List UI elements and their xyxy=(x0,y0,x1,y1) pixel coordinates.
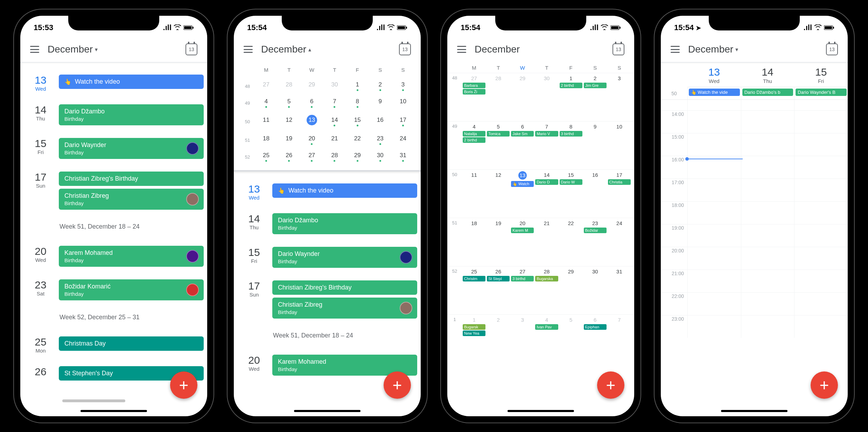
schedule-date[interactable]: 23Sat xyxy=(29,279,52,300)
month-day-cell[interactable]: 13👆 Watch xyxy=(510,170,534,218)
month-event-chip[interactable]: Bugarska xyxy=(535,276,558,281)
mini-month-day[interactable]: 28 xyxy=(278,81,300,91)
today-button[interactable]: 13 xyxy=(399,43,411,55)
create-event-fab[interactable]: + xyxy=(811,371,838,399)
mini-month-day[interactable]: 9 xyxy=(369,98,392,108)
month-event-chip[interactable]: St Stepl xyxy=(487,276,510,281)
day-column[interactable] xyxy=(687,100,741,338)
mini-month-day[interactable]: 24 xyxy=(392,135,414,145)
schedule-date[interactable]: 15Fri xyxy=(243,247,265,268)
event-chip[interactable]: Dario DžamboBirthday xyxy=(272,213,417,234)
month-event-chip[interactable]: Epiphan xyxy=(584,324,607,330)
month-day-cell[interactable]: 7Mario V xyxy=(534,121,559,169)
month-day-cell[interactable]: 31 xyxy=(607,266,631,314)
mini-month-day[interactable]: 22 xyxy=(346,135,369,145)
month-day-cell[interactable]: 83 birthd xyxy=(559,121,583,169)
mini-month-day[interactable]: 4 xyxy=(255,98,278,108)
month-day-cell[interactable]: 28Bugarska xyxy=(534,266,559,314)
month-day-cell[interactable]: 17Christia xyxy=(607,170,631,218)
home-indicator[interactable] xyxy=(507,410,574,412)
mini-month-day[interactable]: 17 xyxy=(392,117,414,126)
mini-month-day[interactable]: 19 xyxy=(278,135,300,145)
schedule-date[interactable]: 15Fri xyxy=(29,138,52,159)
month-day-cell[interactable]: 22 xyxy=(559,218,583,266)
allday-cell[interactable]: 👆 Watch the vide xyxy=(687,87,741,99)
month-day-cell[interactable]: 12 xyxy=(486,170,510,218)
month-day-cell[interactable]: 23Božidar xyxy=(583,218,607,266)
month-event-chip[interactable]: Christm xyxy=(463,276,485,281)
month-event-chip[interactable]: Barbara xyxy=(463,83,485,88)
event-chip[interactable]: Dario WaynderBirthday xyxy=(59,138,204,159)
month-event-chip[interactable]: Natalija xyxy=(463,131,485,137)
allday-cell[interactable]: Dario Waynder's B xyxy=(794,87,848,99)
event-chip[interactable]: Christmas Day xyxy=(59,336,204,351)
month-event-chip[interactable]: Ivan Pav xyxy=(535,324,558,330)
month-event-chip[interactable]: Jim Gre xyxy=(584,83,607,88)
mini-month-day[interactable]: 29 xyxy=(300,81,323,91)
today-button[interactable]: 13 xyxy=(186,43,197,55)
month-day-cell[interactable]: 30 xyxy=(534,73,559,121)
month-day-cell[interactable]: 4Natalija2 birthd xyxy=(462,121,486,169)
schedule-date[interactable]: 13Wed xyxy=(29,75,52,92)
month-dropdown[interactable]: December ▴ xyxy=(261,44,391,55)
mini-month-day[interactable]: 23 xyxy=(369,135,392,145)
create-event-fab[interactable]: + xyxy=(170,371,197,399)
mini-month-day[interactable]: 18 xyxy=(255,135,278,145)
month-day-cell[interactable]: 6Jake Sm xyxy=(510,121,534,169)
mini-month-day[interactable]: 27 xyxy=(255,81,278,91)
month-day-cell[interactable]: 6Epiphan xyxy=(583,315,607,363)
month-event-chip[interactable]: 3 birthd xyxy=(511,276,534,281)
schedule-date[interactable]: 26 xyxy=(29,366,52,381)
schedule-list[interactable]: 13Wed👆Watch the video14ThuDario DžamboBi… xyxy=(234,172,421,379)
month-event-chip[interactable]: Tomica xyxy=(487,131,510,137)
three-day-content[interactable]: 13Wed14Thu15Fri50👆 Watch the videDario D… xyxy=(661,63,848,416)
month-day-cell[interactable]: 30 xyxy=(583,266,607,314)
home-indicator[interactable] xyxy=(294,410,360,412)
month-event-chip[interactable]: Bugarsk xyxy=(463,324,485,330)
today-button[interactable]: 13 xyxy=(826,43,838,55)
mini-month-day[interactable]: 10 xyxy=(392,98,414,108)
menu-button[interactable] xyxy=(671,46,680,53)
mini-month-day[interactable]: 1 xyxy=(346,81,369,91)
mini-month-day[interactable]: 25 xyxy=(255,152,278,162)
month-event-chip[interactable]: Boris Ži xyxy=(463,89,485,95)
month-day-cell[interactable]: 29 xyxy=(559,266,583,314)
schedule-date[interactable]: 14Thu xyxy=(29,104,52,125)
mini-month-day[interactable]: 8 xyxy=(346,98,369,108)
mini-month-day[interactable]: 16 xyxy=(369,117,392,126)
month-event-chip[interactable]: Dario D xyxy=(535,179,558,185)
day-column[interactable] xyxy=(794,100,848,338)
month-event-chip[interactable]: 2 birthd xyxy=(463,137,485,143)
event-chip[interactable]: Dario WaynderBirthday xyxy=(272,247,417,268)
create-event-fab[interactable]: + xyxy=(597,371,624,399)
month-event-chip[interactable]: 2 birthd xyxy=(560,83,582,88)
month-event-chip[interactable]: Christia xyxy=(608,179,631,185)
mini-month-day[interactable]: 5 xyxy=(278,98,300,108)
mini-month-day[interactable]: 30 xyxy=(323,81,346,91)
month-day-cell[interactable]: 2 xyxy=(486,315,510,363)
menu-button[interactable] xyxy=(457,46,466,53)
month-day-cell[interactable]: 21 xyxy=(534,218,559,266)
schedule-date[interactable]: 17Sun xyxy=(243,280,265,319)
mini-month-grid[interactable]: MTWTFSS482728293012349456789105011121314… xyxy=(234,62,421,170)
month-day-cell[interactable]: 2Jim Gre xyxy=(583,73,607,121)
event-chip[interactable]: 👆Watch the video xyxy=(272,183,417,198)
menu-button[interactable] xyxy=(244,46,253,53)
event-chip[interactable]: Christian Zibreg's Birthday xyxy=(272,280,417,295)
month-day-cell[interactable]: 273 birthd xyxy=(510,266,534,314)
month-day-cell[interactable]: 24 xyxy=(607,218,631,266)
mini-month-day[interactable]: 13 xyxy=(300,115,323,128)
time-grid[interactable]: 14:0015:0016:0017:0018:0019:0020:0021:00… xyxy=(661,100,848,338)
month-event-chip[interactable]: Karem M xyxy=(511,228,534,233)
menu-button[interactable] xyxy=(30,46,39,53)
schedule-date[interactable]: 14Thu xyxy=(243,213,265,234)
create-event-fab[interactable]: + xyxy=(384,371,411,399)
month-day-cell[interactable]: 1BugarskNew Yea xyxy=(462,315,486,363)
schedule-date[interactable]: 20Wed xyxy=(29,246,52,267)
mini-month-day[interactable]: 20 xyxy=(300,135,323,145)
month-event-chip[interactable]: Jake Sm xyxy=(511,131,534,137)
month-event-chip[interactable]: Mario V xyxy=(535,131,558,137)
month-day-cell[interactable]: 3 xyxy=(510,315,534,363)
schedule-date[interactable]: 20Wed xyxy=(243,355,265,376)
month-day-cell[interactable]: 14Dario D xyxy=(534,170,559,218)
